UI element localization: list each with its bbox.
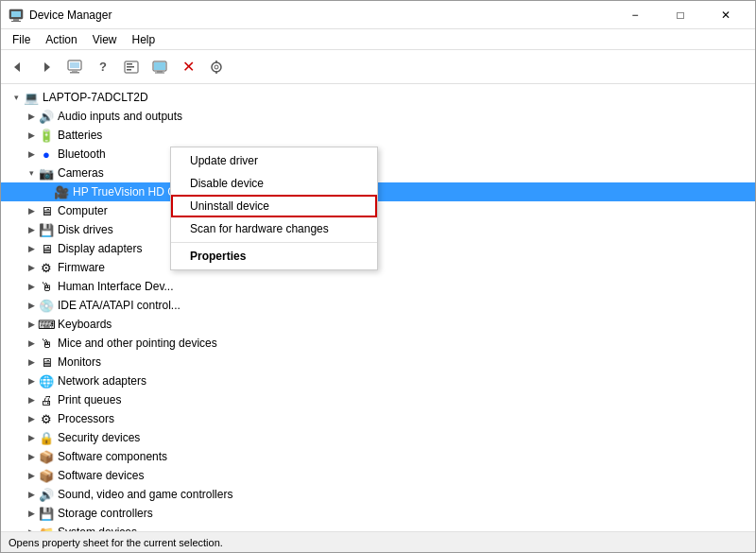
list-item[interactable]: ▶ 🖱 Human Interface Dev... (1, 277, 755, 296)
display-icon: 🖥 (39, 241, 54, 256)
list-item[interactable]: ▶ 🖨 Print queues (1, 390, 755, 409)
up-button[interactable] (61, 54, 88, 80)
hid-icon: 🖱 (39, 279, 54, 294)
expand-icon: ▶ (24, 128, 39, 143)
context-update-driver[interactable]: Update driver (171, 149, 377, 172)
minimize-button[interactable]: − (613, 1, 657, 29)
software-components-icon: 📦 (39, 449, 54, 464)
battery-icon: 🔋 (39, 128, 54, 143)
expand-icon: ▶ (24, 506, 39, 521)
maximize-button[interactable]: □ (659, 1, 702, 29)
svg-marker-5 (44, 62, 50, 72)
svg-point-19 (215, 65, 218, 69)
list-item[interactable]: ▾ 📷 Cameras (1, 164, 755, 182)
list-item[interactable]: ▶ 💿 IDE ATA/ATAPI control... (1, 296, 755, 315)
expand-icon: ▶ (24, 392, 39, 407)
hp-camera-item[interactable]: 🎥 HP TrueVision HD Camera (1, 182, 755, 201)
expand-icon: ▶ (24, 449, 39, 464)
properties-button[interactable] (118, 54, 145, 80)
list-item[interactable]: ▶ 🌐 Network adapters (1, 372, 755, 390)
list-item[interactable]: ▶ ⚙ Processors (1, 409, 755, 428)
processor-icon: ⚙ (39, 411, 54, 426)
expand-icon: ▶ (24, 487, 39, 502)
item-label: Monitors (58, 355, 101, 369)
close-button[interactable]: ✕ (704, 1, 747, 29)
svg-rect-17 (155, 72, 164, 73)
svg-rect-3 (11, 21, 21, 22)
list-item[interactable]: ▶ 💾 Disk drives (1, 220, 755, 239)
expand-icon: ▶ (24, 336, 39, 351)
menu-bar: File Action View Help (1, 29, 755, 50)
item-label: Batteries (58, 129, 102, 142)
mice-icon: 🖱 (39, 336, 54, 351)
back-button[interactable] (5, 54, 31, 80)
svg-rect-16 (157, 71, 163, 73)
uninstall-button[interactable]: ✕ (175, 54, 201, 80)
context-properties[interactable]: Properties (171, 245, 377, 268)
list-item[interactable]: ▶ 💾 Storage controllers (1, 504, 755, 523)
item-label: Processors (58, 412, 114, 425)
list-item[interactable]: ▶ ● Bluetooth (1, 145, 755, 164)
scan-button[interactable] (203, 54, 230, 80)
item-label: Display adapters (58, 242, 142, 255)
context-uninstall-device[interactable]: Uninstall device (171, 195, 377, 217)
menu-view[interactable]: View (85, 31, 125, 48)
expand-icon: ▶ (24, 279, 39, 294)
app-icon (9, 8, 24, 23)
expand-icon: ▶ (24, 147, 39, 162)
list-item[interactable]: ▶ 🔊 Sound, video and game controllers (1, 485, 755, 504)
expand-icon (39, 184, 54, 199)
item-label: Firmware (58, 261, 105, 274)
context-disable-device[interactable]: Disable device (171, 172, 377, 195)
monitor-button[interactable] (146, 54, 173, 80)
expand-icon: ▶ (24, 109, 39, 124)
disk-icon: 💾 (39, 222, 54, 237)
item-label: Software components (58, 450, 167, 463)
expand-icon: ▶ (24, 203, 39, 218)
item-label: Cameras (58, 166, 104, 180)
bluetooth-icon: ● (39, 147, 54, 162)
svg-rect-1 (11, 11, 21, 17)
list-item[interactable]: ▶ 🔋 Batteries (1, 126, 755, 145)
help-button[interactable]: ? (90, 54, 116, 80)
device-tree[interactable]: ▾ 💻 LAPTOP-7ADCLT2D ▶ 🔊 Audio inputs and… (1, 84, 755, 531)
list-item[interactable]: ▶ 📦 Software devices (1, 466, 755, 485)
svg-rect-7 (70, 62, 79, 68)
sound-icon: 🔊 (39, 487, 54, 502)
item-label: Storage controllers (58, 507, 153, 520)
menu-help[interactable]: Help (125, 31, 163, 48)
list-item[interactable]: ▶ 🖥 Monitors (1, 353, 755, 372)
item-label: Audio inputs and outputs (58, 110, 182, 123)
svg-marker-4 (14, 62, 20, 72)
item-label: IDE ATA/ATAPI control... (58, 299, 180, 312)
forward-button[interactable] (33, 54, 60, 80)
expand-icon: ▶ (24, 525, 39, 531)
software-devices-icon: 📦 (39, 468, 54, 483)
expand-icon: ▶ (24, 411, 39, 426)
storage-icon: 💾 (39, 506, 54, 521)
expand-icon: ▶ (24, 298, 39, 313)
main-content: ▾ 💻 LAPTOP-7ADCLT2D ▶ 🔊 Audio inputs and… (1, 84, 755, 531)
list-item[interactable]: ▶ 🔊 Audio inputs and outputs (1, 107, 755, 126)
list-item[interactable]: ▶ 📁 System devices (1, 523, 755, 531)
expand-root: ▾ (9, 90, 24, 105)
list-item[interactable]: ▶ 🖱 Mice and other pointing devices (1, 334, 755, 353)
list-item[interactable]: ▶ ⌨ Keyboards (1, 315, 755, 334)
item-label: System devices (58, 526, 137, 531)
menu-action[interactable]: Action (38, 31, 84, 48)
list-item[interactable]: ▶ 🔒 Security devices (1, 428, 755, 447)
svg-rect-11 (127, 63, 132, 65)
tree-root[interactable]: ▾ 💻 LAPTOP-7ADCLT2D (1, 88, 755, 107)
expand-icon: ▾ (24, 165, 39, 181)
status-bar: Opens property sheet for the current sel… (1, 531, 755, 552)
list-item[interactable]: ▶ ⚙ Firmware (1, 258, 755, 277)
list-item[interactable]: ▶ 🖥 Display adapters (1, 239, 755, 258)
menu-file[interactable]: File (5, 31, 38, 48)
list-item[interactable]: ▶ 📦 Software components (1, 447, 755, 466)
context-scan-hardware[interactable]: Scan for hardware changes (171, 217, 377, 240)
print-icon: 🖨 (39, 392, 54, 407)
expand-icon: ▶ (24, 222, 39, 237)
keyboard-icon: ⌨ (39, 317, 54, 332)
list-item[interactable]: ▶ 🖥 Computer (1, 201, 755, 220)
ide-icon: 💿 (39, 298, 54, 313)
